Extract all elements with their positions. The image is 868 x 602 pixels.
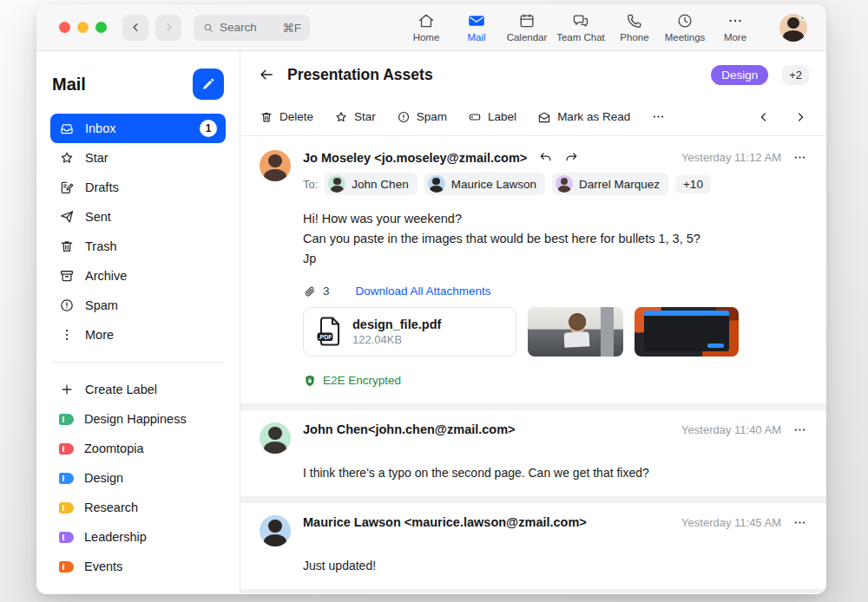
email-separator (240, 496, 826, 503)
pdf-attachment-card[interactable]: design_file.pdf 122.04KB (303, 307, 516, 357)
sidebar-item-label: Inbox (85, 121, 115, 135)
sidebar-label-leadership[interactable]: Leadership (50, 522, 226, 552)
trash-icon (59, 239, 75, 254)
spam-label: Spam (417, 110, 447, 123)
sidebar-item-star[interactable]: Star (50, 143, 226, 173)
body-line: I think there's a typo on the second pag… (303, 463, 807, 482)
sidebar-item-inbox[interactable]: Inbox 1 (50, 114, 226, 143)
body-line: Can you paste in the images that would b… (303, 229, 807, 249)
team-chat-icon (572, 12, 589, 29)
sidebar-item-archive[interactable]: Archive (50, 261, 226, 291)
recipient-name: Maurice Lawson (451, 178, 536, 191)
email-timestamp: Yesterday 11:45 AM (681, 516, 781, 529)
sender-avatar[interactable] (260, 515, 291, 546)
sidebar-divider (52, 362, 224, 363)
reply-button[interactable] (538, 150, 553, 165)
nav-calendar[interactable]: Calendar (502, 10, 552, 44)
nav-phone[interactable]: Phone (609, 10, 660, 44)
close-window-button[interactable] (59, 22, 70, 33)
inbox-icon (59, 121, 75, 136)
body-line: Hi! How was your weekend? (303, 209, 807, 229)
sidebar-item-sent[interactable]: Sent (50, 202, 226, 232)
trash-icon (260, 110, 273, 124)
email-more-button[interactable] (792, 422, 807, 437)
encryption-badge: E2E Encrypted (303, 374, 807, 388)
spam-button[interactable]: Spam (397, 110, 447, 124)
encryption-label: E2E Encrypted (323, 374, 401, 387)
more-vertical-icon (59, 327, 75, 343)
toolbar-more-button[interactable] (651, 109, 666, 124)
nav-more[interactable]: More (710, 10, 760, 44)
search-placeholder: Search (220, 21, 257, 34)
label-tag-icon (59, 532, 74, 543)
create-label-button[interactable]: Create Label (50, 375, 226, 404)
mail-title: Mail (52, 75, 86, 95)
star-button[interactable]: Star (334, 110, 376, 124)
minimize-window-button[interactable] (77, 22, 89, 33)
delete-label: Delete (279, 110, 313, 123)
compose-button[interactable] (193, 69, 224, 100)
sidebar-label-events[interactable]: Events (50, 552, 226, 581)
email-more-button[interactable] (792, 515, 807, 530)
search-input[interactable]: Search ⌘F (194, 15, 310, 41)
email-timestamp: Yesterday 11:40 AM (681, 423, 781, 436)
label-text: Leadership (84, 530, 147, 544)
back-button[interactable] (258, 66, 275, 83)
thread-label-badge[interactable]: Design (711, 65, 768, 85)
delete-button[interactable]: Delete (260, 110, 313, 124)
label-tag-icon (59, 443, 74, 455)
nav-meetings[interactable]: Meetings (660, 10, 710, 44)
history-forward-button[interactable] (155, 15, 181, 41)
sender-avatar[interactable] (260, 422, 291, 454)
next-email-button[interactable] (793, 110, 807, 124)
sidebar-item-more[interactable]: More (50, 320, 226, 350)
download-all-attachments-link[interactable]: Download All Attachments (356, 285, 491, 298)
sender-avatar[interactable] (260, 150, 291, 181)
email-timestamp: Yesterday 11:12 AM (681, 151, 781, 164)
nav-label: Team Chat (556, 32, 605, 43)
attachment-count: 3 (323, 285, 330, 298)
nav-label: Home (413, 32, 440, 43)
label-button[interactable]: Label (468, 110, 516, 124)
label-text: Zoomtopia (84, 442, 144, 455)
attachments-row: 3 Download All Attachments (303, 285, 807, 298)
nav-home[interactable]: Home (401, 10, 451, 44)
recipient-chip[interactable]: John Chen (325, 173, 417, 195)
more-icon (727, 12, 744, 29)
mail-icon (468, 12, 485, 29)
mail-sidebar: Mail Inbox 1 Star Drafts (36, 51, 240, 593)
label-tag-icon (59, 502, 74, 514)
sidebar-label-zoomtopia[interactable]: Zoomtopia (50, 434, 226, 463)
tag-icon (468, 110, 482, 124)
image-attachment-thumbnail-2[interactable] (635, 307, 739, 357)
nav-label: Phone (620, 32, 648, 43)
sidebar-label-design[interactable]: Design (50, 463, 226, 493)
sidebar-item-trash[interactable]: Trash (50, 232, 226, 261)
pdf-file-icon (315, 316, 343, 347)
email-more-button[interactable] (792, 150, 807, 165)
zoom-window-button[interactable] (95, 22, 107, 33)
mark-as-read-button[interactable]: Mark as Read (537, 110, 630, 124)
nav-team-chat[interactable]: Team Chat (552, 10, 609, 44)
nav-mail[interactable]: Mail (451, 10, 502, 44)
label-text: Research (84, 501, 138, 514)
sidebar-item-spam[interactable]: Spam (50, 291, 226, 320)
thread-more-labels-badge[interactable]: +2 (782, 65, 809, 85)
sender-name: John Chen<john.chen@zmail.com> (303, 422, 516, 436)
sidebar-label-design-happiness[interactable]: Design Happiness (50, 404, 226, 434)
recipients-more-chip[interactable]: +10 (675, 175, 711, 193)
sidebar-label-research[interactable]: Research (50, 493, 226, 522)
sidebar-item-label: More (85, 328, 114, 342)
sidebar-item-drafts[interactable]: Drafts (50, 173, 226, 202)
recipient-chip[interactable]: Maurice Lawson (424, 173, 545, 195)
history-back-button[interactable] (122, 15, 148, 41)
image-attachment-thumbnail-1[interactable] (528, 307, 623, 357)
previous-email-button[interactable] (757, 110, 771, 124)
recipient-chip[interactable]: Darrel Marquez (552, 173, 668, 195)
chevron-left-icon (129, 21, 142, 34)
user-avatar[interactable] (779, 14, 807, 42)
nav-label: Calendar (507, 32, 548, 43)
forward-button[interactable] (564, 150, 579, 165)
email-body: Hi! How was your weekend? Can you paste … (303, 209, 807, 270)
sidebar-item-label: Archive (85, 269, 127, 283)
